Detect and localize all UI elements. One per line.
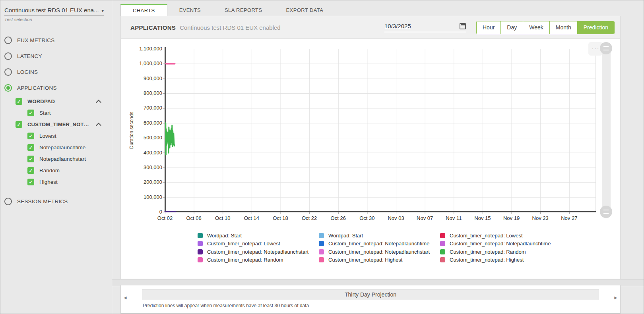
- range-button-week[interactable]: Week: [523, 21, 549, 34]
- sidebar-item-label: Random: [39, 168, 60, 173]
- chevron-down-icon: ▾: [101, 8, 104, 13]
- x-axis-tick-label: Oct 26: [324, 215, 353, 221]
- y-axis-tick-label: 500,000: [124, 135, 162, 141]
- sidebar-item-applications[interactable]: APPLICATIONS: [4, 80, 112, 96]
- grip-icon: [603, 210, 609, 214]
- legend-swatch: [319, 257, 324, 262]
- sidebar-item-random[interactable]: ✓Random: [4, 165, 112, 176]
- x-axis-tick-label: Nov 11: [439, 215, 468, 221]
- legend-label: Custom_timer_notepad: Notepadlaunchtime: [450, 241, 551, 247]
- y-axis-tick-label: 700,000: [124, 105, 162, 111]
- sidebar-item-label: APPLICATIONS: [17, 85, 57, 91]
- legend-item[interactable]: Custom_timer_notepad: Random: [198, 256, 319, 264]
- legend-item[interactable]: Wordpad: Start: [198, 231, 319, 240]
- legend-item[interactable]: Custom_timer_notepad: Notepadlaunchstart: [319, 248, 440, 256]
- checkbox-icon[interactable]: ✓: [27, 156, 34, 162]
- sidebar-item-label: LATENCY: [17, 53, 42, 59]
- date-input[interactable]: 10/3/2025: [384, 23, 466, 32]
- radio-icon[interactable]: [4, 68, 12, 76]
- range-button-prediction[interactable]: Prediction: [577, 21, 614, 34]
- legend-label: Custom_timer_notepad: Lowest: [450, 233, 523, 239]
- legend-item[interactable]: Custom_timer_notepad: Notepadlaunchtime: [319, 240, 440, 248]
- sidebar-item-wordpad[interactable]: ✓WORDPAD: [4, 96, 101, 107]
- sidebar-item-start[interactable]: ✓Start: [4, 107, 112, 119]
- legend-item[interactable]: Custom_timer_notepad: Highest: [319, 256, 440, 264]
- legend-item[interactable]: Custom_timer_notepad: Highest: [440, 256, 561, 264]
- legend-label: Custom_timer_notepad: Lowest: [207, 241, 280, 247]
- tab-sla-reports[interactable]: SLA REPORTS: [213, 4, 274, 16]
- sidebar-item-latency[interactable]: LATENCY: [4, 48, 112, 64]
- legend-item[interactable]: Custom_timer_notepad: Notepadlaunchstart: [198, 248, 319, 256]
- legend-swatch: [198, 257, 203, 262]
- slider-handle-top[interactable]: [600, 42, 612, 54]
- test-selection-label: Test selection: [4, 17, 112, 22]
- checkbox-icon[interactable]: ✓: [16, 98, 22, 105]
- chevron-up-icon[interactable]: [96, 123, 101, 128]
- range-button-hour[interactable]: Hour: [477, 21, 500, 34]
- legend-label: Custom_timer_notepad: Notepadlaunchstart: [328, 249, 430, 255]
- y-axis-tick-label: 1,000,000: [124, 60, 162, 66]
- legend-swatch: [440, 257, 445, 262]
- legend-item[interactable]: Custom_timer_notepad: Lowest: [440, 231, 561, 240]
- y-range-slider: [599, 44, 613, 223]
- sidebar-item-notepadlaunchtime[interactable]: ✓Notepadlaunchtime: [4, 142, 112, 153]
- projection-note: Prediction lines will appear when measur…: [143, 303, 309, 308]
- chevron-up-icon[interactable]: [96, 100, 101, 105]
- tab-export-data[interactable]: EXPORT DATA: [274, 4, 336, 16]
- x-axis-tick-label: Nov 07: [411, 215, 439, 221]
- sidebar-item-highest[interactable]: ✓Highest: [4, 176, 112, 188]
- radio-icon[interactable]: [4, 37, 12, 44]
- radio-icon[interactable]: [4, 198, 12, 205]
- sidebar-item-notepadlaunchstart[interactable]: ✓Notepadlaunchstart: [4, 153, 112, 165]
- sidebar-item-label: Notepadlaunchstart: [39, 156, 86, 162]
- tab-charts[interactable]: CHARTS: [120, 4, 167, 16]
- projection-header[interactable]: Thirty Day Projection: [142, 289, 599, 300]
- legend-swatch: [319, 233, 324, 238]
- scroll-left-icon[interactable]: ◄: [123, 295, 128, 301]
- sidebar-item-logins[interactable]: LOGINS: [4, 64, 112, 80]
- range-button-month[interactable]: Month: [549, 21, 577, 34]
- x-axis-tick-label: Oct 18: [266, 215, 295, 221]
- sidebar-item-custom-timer-not[interactable]: ✓CUSTOM_TIMER_NOT…: [4, 119, 101, 130]
- slider-track[interactable]: [602, 44, 611, 218]
- checkbox-icon[interactable]: ✓: [27, 133, 34, 139]
- sidebar-item-label: LOGINS: [17, 69, 38, 75]
- legend-swatch: [319, 241, 324, 246]
- y-axis-tick-label: 0: [124, 209, 162, 215]
- slider-handle-bottom[interactable]: [600, 206, 612, 218]
- checkbox-icon[interactable]: ✓: [27, 144, 34, 151]
- legend-label: Custom_timer_notepad: Highest: [328, 257, 402, 263]
- sidebar-item-label: EUX METRICS: [17, 37, 54, 43]
- checkbox-icon[interactable]: ✓: [16, 121, 22, 128]
- grip-icon: [603, 46, 609, 50]
- legend-item[interactable]: Custom_timer_notepad: Random: [440, 248, 561, 256]
- sidebar-item-label: Notepadlaunchtime: [39, 144, 85, 150]
- legend-item[interactable]: Wordpad: Start: [319, 231, 440, 240]
- checkbox-icon[interactable]: ✓: [27, 167, 34, 174]
- chart-header: APPLICATIONS Continuous test RDS 01 EUX …: [120, 16, 621, 39]
- sidebar-item-label: Highest: [39, 179, 58, 185]
- checkbox-icon[interactable]: ✓: [27, 179, 34, 185]
- y-axis-tick-label: 600,000: [124, 120, 162, 126]
- x-axis-tick-label: Nov 03: [382, 215, 410, 221]
- tab-bar: CHARTSEVENTSSLA REPORTSEXPORT DATA: [120, 4, 335, 16]
- radio-icon[interactable]: [4, 84, 12, 92]
- sidebar-item-label: Lowest: [39, 133, 56, 139]
- tab-events[interactable]: EVENTS: [167, 4, 213, 16]
- radio-icon[interactable]: [4, 52, 12, 60]
- test-selection-value: Continuous test RDS 01 EUX ena...: [4, 7, 99, 13]
- legend-swatch: [319, 249, 324, 254]
- range-button-day[interactable]: Day: [500, 21, 523, 34]
- sidebar: Continuous test RDS 01 EUX ena... ▾ Test…: [0, 0, 112, 314]
- sidebar-item-session-metrics[interactable]: SESSION METRICS: [4, 193, 112, 209]
- calendar-icon[interactable]: [460, 23, 466, 29]
- legend-item[interactable]: Custom_timer_notepad: Notepadlaunchtime: [440, 240, 561, 248]
- test-selection-dropdown[interactable]: Continuous test RDS 01 EUX ena... ▾: [4, 7, 104, 15]
- legend-item[interactable]: Custom_timer_notepad: Lowest: [198, 240, 319, 248]
- sidebar-item-eux-metrics[interactable]: EUX METRICS: [4, 32, 112, 48]
- page-title: APPLICATIONS: [130, 24, 176, 31]
- checkbox-icon[interactable]: ✓: [27, 110, 34, 116]
- scroll-right-icon[interactable]: ►: [613, 295, 618, 301]
- sidebar-item-label: CUSTOM_TIMER_NOT…: [27, 121, 89, 127]
- sidebar-item-lowest[interactable]: ✓Lowest: [4, 130, 112, 142]
